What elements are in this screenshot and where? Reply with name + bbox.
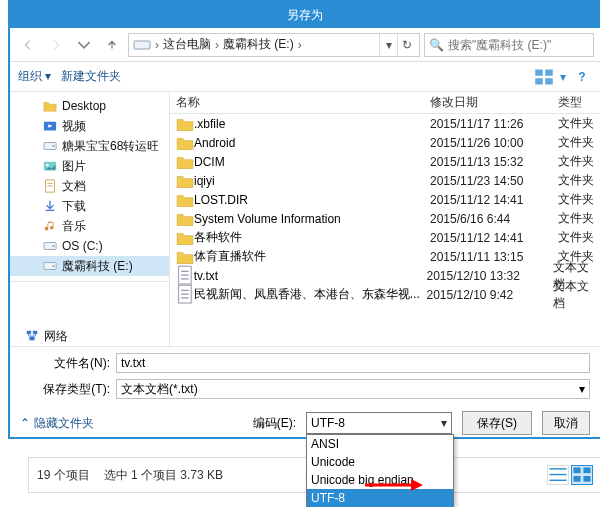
file-type: 文件夹 — [558, 134, 594, 151]
cancel-button[interactable]: 取消 — [542, 411, 590, 435]
organize-menu[interactable]: 组织 ▾ — [18, 68, 51, 85]
details-view-icon[interactable] — [547, 465, 569, 485]
file-date: 2015/11/13 15:32 — [430, 155, 558, 169]
svg-rect-19 — [33, 331, 37, 335]
drive-e-icon — [42, 259, 58, 273]
filename-input[interactable] — [116, 353, 590, 373]
file-row[interactable]: 民视新闻、凤凰香港、本港台、东森华视...2015/12/10 9:42文本文档 — [170, 285, 600, 304]
encoding-value: UTF-8 — [311, 416, 345, 430]
titlebar[interactable]: 另存为 — [10, 2, 600, 28]
svg-point-8 — [53, 145, 55, 147]
svg-rect-36 — [573, 476, 580, 482]
search-input[interactable] — [448, 38, 589, 52]
file-row[interactable]: LOST.DIR2015/11/12 14:41文件夹 — [170, 190, 600, 209]
breadcrumb[interactable]: › 这台电脑 › 魔霸科技 (E:) › ▾ ↻ — [128, 33, 420, 57]
sidebar-item-8[interactable]: 魔霸科技 (E:) — [10, 256, 169, 276]
sidebar-item-4[interactable]: 文档 — [10, 176, 169, 196]
svg-rect-37 — [583, 476, 590, 482]
folder-icon — [176, 249, 194, 265]
chevron-up-icon: ⌃ — [20, 416, 30, 430]
breadcrumb-seg-1[interactable]: 魔霸科技 (E:) — [223, 36, 294, 53]
filetype-select[interactable]: 文本文档(*.txt) ▾ — [116, 379, 590, 399]
chevron-down-icon: ▾ — [579, 382, 585, 396]
new-folder-button[interactable]: 新建文件夹 — [61, 68, 121, 85]
file-row[interactable]: System Volume Information2015/6/16 6:44文… — [170, 209, 600, 228]
folder-icon — [176, 116, 194, 132]
network-icon — [24, 329, 40, 343]
file-row[interactable]: Android2015/11/26 10:00文件夹 — [170, 133, 600, 152]
nav-back-button[interactable] — [16, 33, 40, 57]
encoding-option[interactable]: ANSI — [307, 435, 453, 453]
sidebar-item-label: Desktop — [62, 99, 106, 113]
file-type: 文件夹 — [558, 172, 594, 189]
sidebar-item-label: 糖果宝宝68转运旺 — [62, 138, 159, 155]
column-modified[interactable]: 修改日期 — [430, 94, 558, 111]
sidebar-item-3[interactable]: 图片 — [10, 156, 169, 176]
sidebar-item-2[interactable]: 糖果宝宝68转运旺 — [10, 136, 169, 156]
window-title: 另存为 — [287, 7, 323, 24]
sidebar-item-5[interactable]: 下载 — [10, 196, 169, 216]
encoding-dropdown: ANSIUnicodeUnicode big endianUTF-8 — [306, 434, 454, 507]
file-row[interactable]: .xbfile2015/11/17 11:26文件夹 — [170, 114, 600, 133]
svg-rect-34 — [573, 468, 580, 474]
file-date: 2015/11/12 14:41 — [430, 193, 558, 207]
svg-rect-35 — [583, 468, 590, 474]
svg-point-15 — [53, 245, 55, 247]
sidebar-item-6[interactable]: 音乐 — [10, 216, 169, 236]
chevron-right-icon: › — [296, 38, 304, 52]
action-row: ⌃ 隐藏文件夹 编码(E): UTF-8 ▾ ANSIUnicodeUnicod… — [10, 407, 600, 437]
chevron-right-icon: › — [213, 38, 221, 52]
folder-icon — [176, 154, 194, 170]
file-name: tv.txt — [194, 269, 427, 283]
nav-up-button[interactable] — [100, 33, 124, 57]
column-name[interactable]: 名称 — [170, 94, 430, 111]
svg-rect-1 — [535, 69, 543, 75]
chevron-right-icon: › — [153, 38, 161, 52]
column-type[interactable]: 类型 — [558, 94, 600, 111]
sidebar-item-label: 网络 — [44, 328, 68, 345]
sidebar-item-0[interactable]: Desktop — [10, 96, 169, 116]
sidebar-item-label: 魔霸科技 (E:) — [62, 258, 133, 275]
breadcrumb-dropdown-icon[interactable]: ▾ — [379, 34, 397, 56]
file-date: 2015/11/17 11:26 — [430, 117, 558, 131]
file-type: 文件夹 — [558, 210, 594, 227]
music-icon — [42, 219, 58, 233]
hide-folders-link[interactable]: ⌃ 隐藏文件夹 — [20, 415, 94, 432]
help-icon[interactable]: ? — [572, 68, 592, 86]
file-row[interactable]: 体育直播软件2015/11/11 13:15文件夹 — [170, 247, 600, 266]
sidebar-item-1[interactable]: 视频 — [10, 116, 169, 136]
file-row[interactable]: 各种软件2015/11/12 14:41文件夹 — [170, 228, 600, 247]
breadcrumb-seg-0[interactable]: 这台电脑 — [163, 36, 211, 53]
svg-rect-0 — [134, 41, 150, 49]
nav-row: › 这台电脑 › 魔霸科技 (E:) › ▾ ↻ 🔍 — [10, 28, 600, 62]
file-type: 文件夹 — [558, 153, 594, 170]
folder-icon — [176, 173, 194, 189]
file-row[interactable]: iqiyi2015/11/23 14:50文件夹 — [170, 171, 600, 190]
svg-rect-18 — [27, 331, 31, 335]
column-headers[interactable]: 名称 修改日期 类型 — [170, 92, 600, 114]
file-row[interactable]: DCIM2015/11/13 15:32文件夹 — [170, 152, 600, 171]
sidebar-item-network[interactable]: 网络 — [10, 326, 169, 346]
file-name: 各种软件 — [194, 229, 430, 246]
svg-point-17 — [53, 265, 55, 267]
breadcrumb-refresh-icon[interactable]: ↻ — [397, 34, 415, 56]
search-box[interactable]: 🔍 — [424, 33, 594, 57]
bottom-panel: 文件名(N): 保存类型(T): 文本文档(*.txt) ▾ — [10, 346, 600, 407]
file-row[interactable]: tv.txt2015/12/10 13:32文本文档 — [170, 266, 600, 285]
thumbnail-view-icon[interactable] — [571, 465, 593, 485]
nav-forward-button[interactable] — [44, 33, 68, 57]
svg-marker-30 — [411, 479, 423, 491]
svg-rect-4 — [545, 78, 553, 84]
toolbar: 组织 ▾ 新建文件夹 ▾ ? — [10, 62, 600, 92]
chevron-down-icon[interactable]: ▾ — [560, 70, 566, 84]
save-dialog: 另存为 › 这台电脑 › 魔霸科技 (E:) › ▾ ↻ — [8, 0, 600, 439]
view-mode-icon[interactable] — [534, 68, 554, 86]
file-type: 文件夹 — [558, 229, 594, 246]
nav-history-button[interactable] — [72, 33, 96, 57]
encoding-select[interactable]: UTF-8 ▾ ANSIUnicodeUnicode big endianUTF… — [306, 412, 452, 434]
save-button[interactable]: 保存(S) — [462, 411, 532, 435]
file-pane: 名称 修改日期 类型 .xbfile2015/11/17 11:26文件夹And… — [170, 92, 600, 346]
svg-rect-3 — [535, 78, 543, 84]
encoding-option[interactable]: Unicode — [307, 453, 453, 471]
sidebar-item-7[interactable]: OS (C:) — [10, 236, 169, 256]
